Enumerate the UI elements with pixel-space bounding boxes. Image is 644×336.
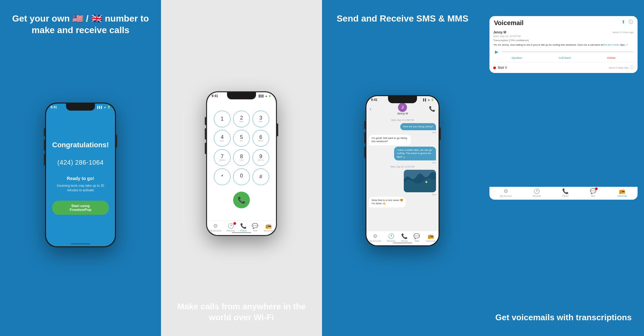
call-icon[interactable]: 📞 bbox=[429, 106, 435, 112]
dial-key-hash[interactable]: # bbox=[252, 168, 269, 185]
account-icon-4: ⚙ bbox=[504, 188, 508, 194]
start-button[interactable]: Start using FreedomPop bbox=[52, 201, 109, 215]
jenny-date: Wed, Sep 19, 10:40 PM bbox=[493, 35, 634, 38]
tab-phone-4[interactable]: 📞 Phone bbox=[562, 188, 569, 197]
jenny-time-ago: about 12 mins ago bbox=[612, 31, 634, 34]
voicemail-icon-3: 📻 bbox=[428, 233, 434, 239]
ready-text: Ready to go! bbox=[67, 176, 94, 181]
msg-sent-3: Sent bbox=[369, 194, 436, 195]
matt-info-icon[interactable]: ⓘ bbox=[630, 65, 634, 70]
call-button[interactable]: 📞 bbox=[233, 192, 250, 208]
text-badge-4 bbox=[595, 187, 598, 190]
speaker-button[interactable]: Speaker bbox=[511, 56, 522, 59]
tab-text-3[interactable]: 💬 Text bbox=[413, 233, 420, 242]
matt-time: about 2 days ago bbox=[609, 66, 629, 69]
voicemail-item-matt[interactable]: Matt V about 2 days ago ⓘ bbox=[489, 62, 638, 73]
text-icon-3: 💬 bbox=[413, 233, 420, 239]
msg-bubble-right-2: I have a better idea, we can go surfing.… bbox=[394, 147, 436, 160]
tab-phone-3[interactable]: 📞 Phone bbox=[401, 233, 408, 242]
contact-info: J Jenny M bbox=[397, 103, 408, 115]
tab-recents-2[interactable]: 🕐 Recents bbox=[227, 223, 235, 232]
back-button[interactable]: ‹ bbox=[370, 106, 371, 112]
tab-phone-2[interactable]: 📞 Phone bbox=[240, 223, 247, 232]
panel1-title: Get your own 🇺🇸 / 🇬🇧 number to make and … bbox=[6, 13, 155, 36]
voicemail-title: Voicemail bbox=[494, 19, 524, 27]
phone-mockup-2: 9:41 ▌▌▌ ▲ 🔋 1 2ABC 3DEF 4GHI 5JKL 6MNO … bbox=[206, 91, 277, 236]
messages-list: Wed, Sep 19, 9:56 PM How are you doing J… bbox=[366, 117, 439, 231]
callback-number[interactable]: 555-867-5309 bbox=[603, 43, 619, 46]
panel4-subtitle: Get voicemails with transcriptions bbox=[492, 312, 635, 323]
panel-1: Get your own 🇺🇸 / 🇬🇧 number to make and … bbox=[0, 0, 161, 336]
msg-bubble-right-1: How are you doing Jenny? bbox=[400, 123, 436, 130]
account-icon-3: ⚙ bbox=[373, 233, 377, 239]
play-row: ▶ bbox=[493, 49, 634, 55]
delete-button[interactable]: Delete bbox=[607, 56, 616, 59]
voicemail-header-left: Voicemail bbox=[494, 19, 524, 27]
msg-bubble-left-1: I'm great! Still want to go hiking this … bbox=[369, 135, 411, 145]
msg-bubble-left-2: Wow that is a nice wave 😍I'm down 🤙 bbox=[369, 197, 406, 207]
recents-badge-2 bbox=[233, 222, 236, 225]
panel-4: Voicemail ⬆ ⓘ Jenny M about 12 mins ago … bbox=[483, 0, 644, 336]
voicemail-icon-4: 📻 bbox=[619, 188, 625, 194]
phone-number-display: (424) 286-1064 bbox=[57, 159, 104, 166]
dial-key-star[interactable]: * bbox=[214, 168, 231, 185]
jenny-vm-text: "Hi, it's Jenny. Just calling to see if … bbox=[493, 43, 634, 47]
dial-key-2[interactable]: 2ABC bbox=[233, 111, 250, 127]
play-button[interactable]: ▶ bbox=[493, 49, 500, 55]
recents-icon-4: 🕐 bbox=[534, 188, 540, 194]
tab-account-3[interactable]: ⚙ My Account bbox=[369, 233, 381, 242]
callback-button[interactable]: Call Back bbox=[559, 56, 571, 59]
share-icon[interactable]: ⬆ bbox=[621, 19, 625, 25]
transcription-label: Transcription (73% confidence) bbox=[493, 39, 634, 42]
text-icon-2: 💬 bbox=[252, 223, 258, 229]
dialpad-grid: 1 2ABC 3DEF 4GHI 5JKL 6MNO 7PQRS 8TUV 9W… bbox=[214, 111, 269, 185]
msg-sent-1: Sent bbox=[369, 132, 436, 133]
dial-key-6[interactable]: 6MNO bbox=[252, 130, 269, 147]
status-icons-1: ▌▌▌ ▲ 🔋 bbox=[97, 106, 110, 109]
dial-key-4[interactable]: 4GHI bbox=[214, 130, 231, 147]
status-time-3: 9:41 bbox=[371, 98, 377, 102]
tab-text-2[interactable]: 💬 Text bbox=[252, 223, 258, 232]
tab-text-4[interactable]: 💬 Text bbox=[590, 188, 596, 197]
phone-icon-4: 📞 bbox=[562, 188, 569, 194]
tab-recents-3[interactable]: 🕐 Recents bbox=[387, 233, 395, 242]
info-icon[interactable]: ⓘ bbox=[629, 19, 633, 25]
msg-sent-2: Sent bbox=[369, 162, 436, 164]
status-time-1: 9:41 bbox=[51, 105, 57, 109]
tab-voicemail-2[interactable]: 📻 Voicemail bbox=[264, 223, 273, 232]
progress-bar[interactable] bbox=[502, 51, 634, 52]
dial-key-3[interactable]: 3DEF bbox=[252, 111, 269, 127]
wave-image bbox=[404, 170, 436, 192]
tab-voicemail-4[interactable]: 📻 Voicemail bbox=[617, 188, 627, 197]
dial-key-0[interactable]: 0· bbox=[233, 168, 250, 185]
phone-icon-2: 📞 bbox=[240, 223, 247, 229]
panel2-subtitle: Make calls from anywhere in the world ov… bbox=[167, 301, 316, 323]
dial-key-7[interactable]: 7PQRS bbox=[214, 149, 231, 166]
incoming-note: Incoming texts may take up to 30 minutes… bbox=[52, 184, 109, 193]
contact-name: Jenny M bbox=[397, 112, 408, 115]
tab-account-2[interactable]: ⚙ My Account bbox=[210, 223, 221, 232]
vm-actions: Speaker Call Back Delete bbox=[493, 56, 634, 59]
tab-voicemail-3[interactable]: 📻 Voicemail bbox=[426, 233, 436, 242]
svg-point-1 bbox=[425, 181, 427, 183]
tab-recents-4[interactable]: 🕐 Recents bbox=[533, 188, 541, 197]
phone-mockup-1: 9:41 ▌▌▌ ▲ 🔋 Congratulations! (424) 286-… bbox=[45, 103, 116, 247]
account-icon-2: ⚙ bbox=[213, 223, 218, 229]
congrats-text: Congratulations! bbox=[52, 141, 109, 149]
dial-key-9[interactable]: 9WXYZ bbox=[252, 149, 269, 166]
panel-2: 9:41 ▌▌▌ ▲ 🔋 1 2ABC 3DEF 4GHI 5JKL 6MNO … bbox=[161, 0, 322, 336]
dial-key-5[interactable]: 5JKL bbox=[233, 130, 250, 147]
recents-icon-3: 🕐 bbox=[388, 233, 394, 239]
dial-key-1[interactable]: 1 bbox=[214, 111, 231, 127]
status-time-2: 9:41 bbox=[212, 94, 218, 98]
msg-date-1: Wed, Sep 19, 9:56 PM bbox=[369, 119, 436, 121]
panel-3: Send and Receive SMS & MMS 9:41 ▌▌ ▲ 🔋 ‹… bbox=[322, 0, 483, 336]
panel3-title: Send and Receive SMS & MMS bbox=[333, 13, 471, 24]
matt-name: Matt V bbox=[498, 66, 507, 69]
msg-date-2: Wed, Sep 19, 10:05 PM bbox=[369, 166, 436, 168]
tab-account-4[interactable]: ⚙ My Account bbox=[500, 188, 512, 197]
dial-key-8[interactable]: 8TUV bbox=[233, 149, 250, 166]
voicemail-card: Voicemail ⬆ ⓘ Jenny M about 12 mins ago … bbox=[489, 16, 638, 73]
phone-icon-3: 📞 bbox=[401, 233, 408, 239]
phone-mockup-3: 9:41 ▌▌ ▲ 🔋 ‹ J Jenny M 📞 Wed, Sep 19, 9… bbox=[365, 95, 440, 246]
